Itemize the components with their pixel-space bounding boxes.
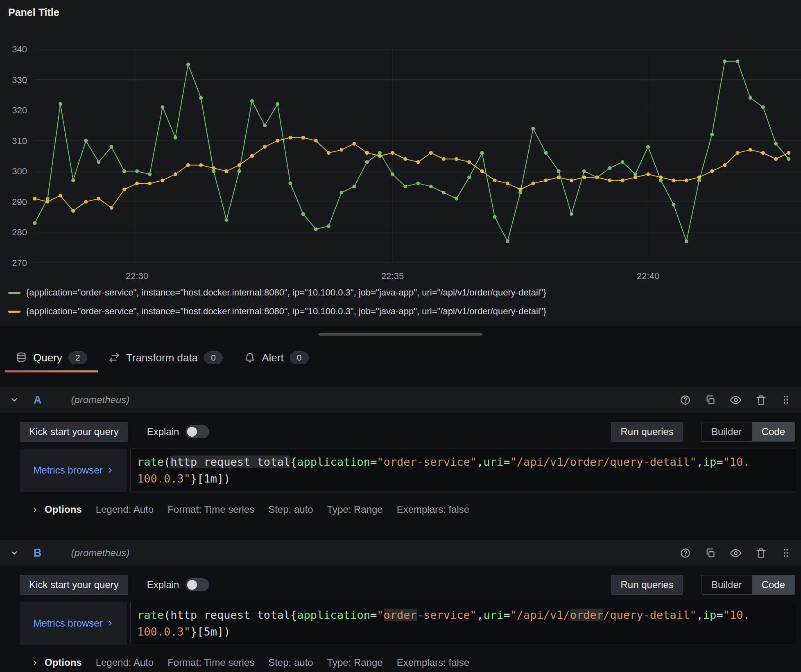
query-row-b: B (prometheus) Kick start your query Exp… — [0, 540, 801, 672]
query-count-badge: 2 — [68, 351, 87, 364]
code-mode-option[interactable]: Code — [752, 422, 795, 441]
panel-title: Panel Title — [8, 7, 59, 18]
option-step: Step: auto — [268, 657, 313, 668]
chevron-right-icon — [107, 467, 113, 474]
chevron-right-icon — [107, 620, 113, 627]
help-icon[interactable] — [680, 548, 691, 559]
tab-transform-label: Transform data — [126, 352, 198, 364]
editor-mode-switch: Builder Code — [701, 575, 795, 595]
svg-text:22:40: 22:40 — [637, 271, 659, 281]
drag-handle-icon[interactable] — [781, 395, 791, 405]
kick-start-query-button[interactable]: Kick start your query — [20, 575, 128, 595]
options-label: Options — [45, 504, 82, 515]
toggle-knob — [187, 427, 197, 437]
svg-text:300: 300 — [12, 166, 27, 176]
chevron-down-icon[interactable] — [10, 395, 19, 404]
option-legend: Legend: Auto — [96, 657, 154, 668]
trash-icon[interactable] — [756, 548, 767, 559]
trash-icon[interactable] — [756, 395, 767, 406]
tab-alert-label: Alert — [262, 352, 283, 364]
promql-code-editor[interactable]: rate(http_request_total{application="ord… — [130, 449, 795, 492]
option-type: Type: Range — [327, 657, 383, 668]
option-exemplars: Exemplars: false — [397, 504, 469, 515]
promql-code-editor[interactable]: rate(http_request_total{application="ord… — [130, 602, 795, 645]
toggle-knob — [187, 580, 197, 590]
builder-mode-option[interactable]: Builder — [701, 575, 752, 594]
legend-item[interactable]: {application="order-service", instance="… — [8, 302, 546, 321]
tab-transform-data[interactable]: Transform data 0 — [98, 343, 233, 372]
eye-icon[interactable] — [730, 394, 742, 406]
query-row-a: A (prometheus) Kick start your query Exp… — [0, 387, 801, 521]
help-icon[interactable] — [680, 395, 691, 406]
svg-text:310: 310 — [12, 136, 27, 146]
series-label: {application="order-service", instance="… — [26, 306, 546, 317]
chevron-right-icon — [32, 660, 38, 666]
svg-text:340: 340 — [12, 44, 27, 54]
run-queries-button[interactable]: Run queries — [611, 575, 683, 595]
query-toolbar: Kick start your query Explain Run querie… — [0, 422, 801, 442]
transform-count-badge: 0 — [204, 351, 223, 364]
tab-query-label: Query — [33, 352, 62, 364]
run-queries-button[interactable]: Run queries — [611, 422, 683, 442]
query-row-header[interactable]: B (prometheus) — [0, 540, 801, 566]
database-icon — [16, 352, 27, 363]
query-toolbar: Kick start your query Explain Run querie… — [0, 575, 801, 595]
option-exemplars: Exemplars: false — [397, 657, 469, 668]
query-options-row: Options Legend: Auto Format: Time series… — [0, 652, 801, 672]
editor-tabs: Query 2 Transform data 0 Alert 0 — [0, 343, 801, 372]
query-options-row: Options Legend: Auto Format: Time series… — [0, 498, 801, 521]
option-legend: Legend: Auto — [96, 504, 154, 515]
series-label: {application="order-service", instance="… — [26, 287, 546, 298]
chevron-down-icon[interactable] — [10, 548, 19, 557]
editor-mode-switch: Builder Code — [701, 422, 795, 442]
explain-label: Explain — [147, 579, 179, 591]
pane-splitter — [0, 326, 801, 343]
datasource-name: (prometheus) — [71, 394, 130, 406]
svg-text:270: 270 — [12, 258, 27, 268]
option-format: Format: Time series — [167, 504, 254, 515]
query-row-header[interactable]: A (prometheus) — [0, 387, 801, 413]
pane-resize-handle[interactable] — [319, 333, 482, 336]
options-toggle[interactable]: Options — [32, 504, 82, 515]
explain-label: Explain — [147, 426, 179, 437]
metrics-browser-button[interactable]: Metrics browser — [20, 449, 127, 492]
eye-icon[interactable] — [730, 547, 742, 559]
series-color-swatch — [8, 292, 20, 294]
query-ref-letter: A — [34, 394, 42, 406]
process-icon — [109, 352, 120, 363]
legend-item[interactable]: {application="order-service", instance="… — [8, 283, 546, 302]
svg-text:320: 320 — [12, 105, 27, 115]
options-toggle[interactable]: Options — [32, 657, 82, 668]
datasource-name: (prometheus) — [71, 547, 130, 559]
metrics-browser-label: Metrics browser — [33, 618, 102, 629]
option-step: Step: auto — [268, 504, 313, 515]
svg-text:280: 280 — [12, 227, 27, 237]
svg-text:290: 290 — [12, 197, 27, 207]
query-editor: Metrics browser rate(http_request_total{… — [0, 449, 801, 492]
options-label: Options — [45, 657, 82, 668]
explain-toggle[interactable] — [186, 425, 209, 438]
query-ref-letter: B — [34, 547, 42, 559]
query-editor: Metrics browser rate(http_request_total{… — [0, 602, 801, 645]
timeseries-panel: Panel Title 27028029030031032033034022:3… — [0, 0, 801, 326]
tab-alert[interactable]: Alert 0 — [233, 343, 319, 372]
svg-text:22:30: 22:30 — [126, 271, 148, 281]
duplicate-icon[interactable] — [705, 548, 716, 559]
alert-count-badge: 0 — [290, 351, 309, 364]
metrics-browser-button[interactable]: Metrics browser — [20, 602, 127, 645]
kick-start-query-button[interactable]: Kick start your query — [20, 422, 128, 442]
code-mode-option[interactable]: Code — [752, 575, 795, 594]
series-color-swatch — [8, 311, 20, 313]
svg-text:22:35: 22:35 — [381, 271, 404, 281]
chevron-right-icon — [32, 507, 38, 513]
metrics-browser-label: Metrics browser — [33, 465, 102, 476]
builder-mode-option[interactable]: Builder — [701, 422, 752, 441]
duplicate-icon[interactable] — [705, 395, 716, 406]
option-format: Format: Time series — [167, 657, 254, 668]
explain-toggle[interactable] — [186, 578, 209, 591]
svg-text:330: 330 — [12, 75, 27, 85]
chart-legend: {application="order-service", instance="… — [8, 283, 546, 321]
bell-icon — [244, 352, 256, 363]
drag-handle-icon[interactable] — [781, 548, 791, 558]
tab-query[interactable]: Query 2 — [5, 343, 98, 372]
